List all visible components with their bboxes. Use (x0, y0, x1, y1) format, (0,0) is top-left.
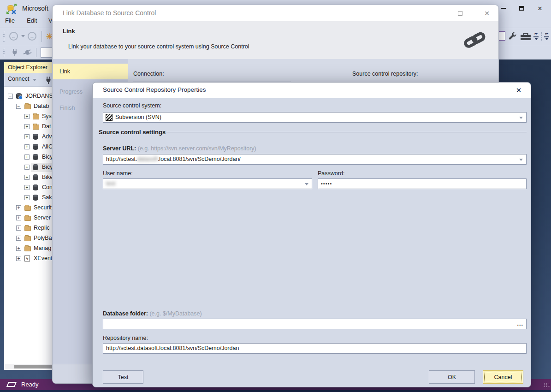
folder-icon (24, 104, 31, 109)
window-bottom-edge (0, 390, 551, 392)
expand-icon[interactable] (24, 195, 30, 200)
dropdown-arrow-icon (519, 159, 523, 161)
back-dropdown-icon[interactable] (21, 35, 25, 37)
connect-plug-icon[interactable] (11, 48, 18, 57)
toolbar-overflow-icon[interactable]: ▸▸ (543, 32, 550, 40)
dropdown-arrow-icon (519, 117, 523, 119)
repository-name-input[interactable]: http://sctest.datasoft.local:8081/svn/Sc… (103, 343, 527, 354)
expand-icon[interactable] (16, 226, 21, 231)
svn-icon (106, 114, 113, 121)
dropdown-arrow-icon (305, 183, 308, 185)
expand-icon[interactable] (24, 134, 30, 139)
ok-button[interactable]: OK (429, 370, 475, 384)
dialog-title: Source Control Repository Properties (103, 86, 206, 93)
status-ready-icon (6, 382, 17, 387)
menu-file[interactable]: File (5, 17, 15, 24)
folder-icon (24, 216, 31, 221)
folder-icon (24, 206, 31, 211)
expand-icon[interactable] (24, 175, 30, 180)
expand-icon[interactable] (16, 246, 21, 251)
window-title: Microsoft (22, 5, 48, 12)
wizard-titlebar: Link Database to Source Control ✕ (53, 5, 498, 21)
test-button[interactable]: Test (103, 370, 143, 384)
dialog-close-button[interactable]: ✕ (512, 85, 525, 96)
disconnect-plug-icon[interactable] (21, 47, 33, 59)
server-url-combobox[interactable]: http://sctest.datasoft.local:8081/svn/Sc… (103, 154, 527, 165)
repository-properties-dialog: Source Control Repository Properties ✕ S… (92, 82, 531, 387)
wizard-step-link[interactable]: Link (53, 64, 128, 79)
username-label: User name: (103, 170, 133, 177)
wrench-icon[interactable] (508, 32, 517, 41)
wizard-step-description: Link your database to your source contro… (68, 43, 249, 50)
wizard-maximize-button[interactable] (454, 9, 466, 18)
settings-group-label: Source control settings (99, 129, 166, 136)
status-text: Ready (21, 381, 39, 388)
password-input[interactable]: ••••• (318, 178, 527, 189)
expand-icon[interactable] (16, 236, 21, 241)
server-icon (16, 93, 22, 99)
redacted-text: datasoft (137, 156, 157, 162)
wizard-step-heading: Link (63, 28, 75, 35)
expand-icon[interactable] (24, 124, 30, 129)
database-icon (33, 164, 38, 170)
connect-dropdown-icon (33, 79, 36, 81)
menu-edit[interactable]: Edit (27, 17, 37, 24)
database-icon (33, 184, 38, 190)
ssms-logo-icon (6, 3, 18, 15)
expand-icon[interactable] (16, 215, 21, 220)
toolbox-icon[interactable] (520, 32, 531, 41)
folder-icon (24, 226, 31, 231)
server-url-label: Server URL: (e.g. https://svn.server.com… (103, 145, 256, 152)
source-control-repository-label: Source control repository: (352, 71, 418, 77)
folder-icon (33, 125, 39, 130)
expand-icon[interactable] (16, 205, 21, 210)
expand-icon[interactable] (24, 165, 30, 170)
redacted-text: test (106, 180, 115, 187)
collapse-icon[interactable] (16, 104, 21, 109)
expand-icon[interactable] (24, 154, 30, 160)
username-combobox[interactable]: test (103, 178, 312, 189)
folder-icon (33, 114, 39, 119)
browse-button[interactable]: ... (517, 319, 523, 329)
database-icon (33, 144, 38, 150)
connection-label: Connection: (133, 71, 164, 77)
folder-icon (24, 246, 31, 251)
database-folder-input[interactable]: ... (103, 319, 527, 329)
resize-grip[interactable] (543, 383, 550, 388)
wizard-header: Link Link your database to your source c… (53, 21, 498, 59)
expand-icon[interactable] (24, 144, 30, 149)
minimize-button[interactable] (498, 4, 508, 13)
expand-icon[interactable] (24, 114, 30, 119)
cancel-button[interactable]: Cancel (483, 370, 523, 384)
password-label: Password: (318, 170, 344, 177)
database-icon (33, 195, 38, 201)
restore-button[interactable] (516, 4, 527, 13)
navigate-back-icon[interactable] (9, 32, 18, 41)
source-control-system-label: Source control system: (103, 102, 161, 109)
repository-name-label: Repository name: (103, 335, 148, 341)
folder-icon (24, 236, 31, 241)
link-chain-icon (462, 31, 486, 49)
xevent-icon: ϟ (24, 255, 30, 261)
database-icon (33, 154, 38, 160)
connect-menu-button[interactable]: Connect (8, 76, 30, 82)
connect-object-icon[interactable] (45, 76, 52, 84)
toolbar-overflow-icon[interactable]: ▸▸ (533, 32, 539, 40)
close-button[interactable]: ✕ (535, 4, 545, 13)
navigate-forward-icon[interactable] (28, 32, 36, 41)
expand-icon[interactable] (24, 185, 30, 190)
group-divider (166, 132, 527, 132)
collapse-icon[interactable] (8, 94, 13, 99)
database-folder-label: Database folder: (e.g. $/MyDatabase) (103, 310, 202, 317)
database-icon (33, 174, 38, 180)
wizard-close-button[interactable]: ✕ (481, 9, 493, 18)
source-control-system-dropdown[interactable]: Subversion (SVN) (103, 112, 527, 123)
dialog-titlebar: Source Control Repository Properties ✕ (93, 83, 531, 98)
wizard-title: Link Database to Source Control (63, 9, 156, 17)
database-icon (33, 134, 38, 140)
expand-icon[interactable] (16, 256, 21, 261)
